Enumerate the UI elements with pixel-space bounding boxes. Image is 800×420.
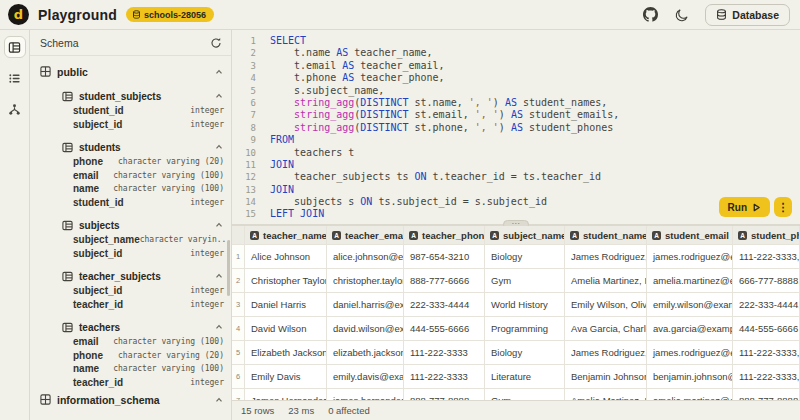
column-header[interactable]: Astudent_phones: [733, 226, 800, 245]
table-cell[interactable]: James Rodriguez, M: [565, 341, 647, 365]
table-cell[interactable]: 111-222-3333: [404, 341, 485, 365]
table-cell[interactable]: 222-333-4444: [404, 293, 485, 317]
table-cell[interactable]: World History: [485, 293, 565, 317]
database-badge[interactable]: schools-28056: [126, 7, 214, 22]
table-cell[interactable]: Ava Garcia, Charlot: [565, 317, 647, 341]
sidebar-schema-item[interactable]: public: [30, 63, 231, 80]
chevron-up-icon[interactable]: [215, 143, 231, 151]
table-cell[interactable]: Amelia Martinez, Is: [565, 269, 647, 293]
table-cell[interactable]: Gym: [485, 269, 565, 293]
table-cell[interactable]: daniel.harris@exan: [327, 293, 404, 317]
table-cell[interactable]: Elizabeth Jackson: [245, 341, 327, 365]
table-cell[interactable]: amelia.martinez@e: [647, 389, 733, 400]
run-options-kebab-icon[interactable]: ⋮: [774, 197, 792, 217]
table-cell[interactable]: 111-222-3333: [404, 365, 485, 389]
column-header[interactable]: Ateacher_email: [327, 226, 404, 245]
schema-panel-icon[interactable]: [4, 36, 26, 58]
table-cell[interactable]: james.rodriguez@e: [647, 341, 733, 365]
column-type: integer: [190, 198, 231, 207]
table-cell[interactable]: 888-777-6666: [404, 269, 485, 293]
code-line[interactable]: 12 teacher_subjects ts ON t.teacher_id =…: [232, 171, 800, 183]
chevron-up-icon[interactable]: [215, 221, 231, 229]
table-cell[interactable]: alice.johnson@exa: [327, 245, 404, 269]
table-cell[interactable]: Benjamin Johnson,: [565, 365, 647, 389]
table-cell[interactable]: Alice Johnson: [245, 245, 327, 269]
sidebar-table-item[interactable]: teachers: [30, 319, 231, 335]
column-header[interactable]: Asubject_name: [485, 226, 565, 245]
column-type: character varying (20): [118, 351, 231, 360]
run-controls: Run ⋮: [719, 197, 792, 217]
table-cell[interactable]: 111-222-3333,: [733, 365, 800, 389]
refresh-icon[interactable]: [209, 36, 223, 50]
database-button[interactable]: Database: [705, 4, 790, 26]
table-cell[interactable]: 111-222-3333, 5: [733, 245, 800, 269]
table-cell[interactable]: elizabeth.jackson@: [327, 341, 404, 365]
code-line[interactable]: 8 string_agg(DISTINCT st.phone, ', ') AS…: [232, 122, 800, 134]
code-line[interactable]: 2 t.name AS teacher_name,: [232, 47, 800, 59]
table-cell[interactable]: amelia.martinez@e: [647, 269, 733, 293]
table-cell[interactable]: 666-777-8888,: [733, 269, 800, 293]
column-header[interactable]: Astudent_name: [565, 226, 647, 245]
table-cell[interactable]: Christopher Taylor: [245, 269, 327, 293]
column-header[interactable]: Astudent_email: [647, 226, 733, 245]
chevron-up-icon[interactable]: [215, 68, 231, 76]
sidebar-table-item[interactable]: student_subjects: [30, 88, 231, 104]
code-line[interactable]: 7 string_agg(DISTINCT st.email, ', ') AS…: [232, 109, 800, 121]
table-cell[interactable]: James Rodriguez, M: [565, 245, 647, 269]
code-line[interactable]: 3 t.email AS teacher_email,: [232, 60, 800, 72]
github-icon[interactable]: [641, 6, 659, 24]
column-header[interactable]: Ateacher_name: [245, 226, 327, 245]
table-cell[interactable]: Literature: [485, 365, 565, 389]
table-cell[interactable]: 222-333-4444,: [733, 293, 800, 317]
table-cell[interactable]: james.rodriguez@e: [647, 245, 733, 269]
table-cell[interactable]: Gym: [485, 389, 565, 400]
table-cell[interactable]: 888-777-8888: [404, 389, 485, 400]
column-header[interactable]: Ateacher_phone: [404, 226, 485, 245]
sidebar-table-item[interactable]: teacher_subjects: [30, 268, 231, 284]
table-cell[interactable]: 111-222-3333, 5: [733, 341, 800, 365]
table-cell[interactable]: James Hernandez: [245, 389, 327, 400]
chevron-up-icon[interactable]: [215, 92, 231, 100]
code-line[interactable]: 14 subjects s ON ts.subject_id = s.subje…: [232, 196, 800, 208]
table-cell[interactable]: Daniel Harris: [245, 293, 327, 317]
sidebar-table-item[interactable]: subjects: [30, 217, 231, 233]
code-text: SELECT: [256, 35, 306, 47]
table-cell[interactable]: 987-654-3210: [404, 245, 485, 269]
table-cell[interactable]: ava.garcia@examp: [647, 317, 733, 341]
chevron-up-icon[interactable]: [215, 323, 231, 331]
row-number: 4: [232, 317, 245, 341]
relations-graph-icon[interactable]: [4, 98, 26, 120]
table-cell[interactable]: Biology: [485, 341, 565, 365]
table-cell[interactable]: david.wilson@exam: [327, 317, 404, 341]
table-cell[interactable]: 444-555-6666: [404, 317, 485, 341]
table-cell[interactable]: Biology: [485, 245, 565, 269]
table-cell[interactable]: james.hernandez@: [327, 389, 404, 400]
sidebar-scrollbar[interactable]: [227, 240, 230, 296]
code-line[interactable]: 11JOIN: [232, 159, 800, 171]
code-line[interactable]: 5 s.subject_name,: [232, 85, 800, 97]
code-line[interactable]: 4 t.phone AS teacher_phone,: [232, 72, 800, 84]
code-line[interactable]: 10 teachers t: [232, 147, 800, 159]
run-button[interactable]: Run: [719, 197, 770, 217]
sql-editor[interactable]: 1SELECT2 t.name AS teacher_name,3 t.emai…: [232, 30, 800, 224]
table-cell[interactable]: 888-777-8888,: [733, 389, 800, 400]
table-cell[interactable]: Emily Davis: [245, 365, 327, 389]
sidebar-table-item[interactable]: students: [30, 139, 231, 155]
code-line[interactable]: 13JOIN: [232, 184, 800, 196]
table-cell[interactable]: Programming: [485, 317, 565, 341]
table-cell[interactable]: emily.wilson@exam: [647, 293, 733, 317]
table-cell[interactable]: benjamin.johnson@: [647, 365, 733, 389]
sidebar-schema-item[interactable]: information_schema: [30, 391, 231, 408]
table-cell[interactable]: christopher.taylor@: [327, 269, 404, 293]
table-cell[interactable]: 444-555-6666: [733, 317, 800, 341]
code-line[interactable]: 1SELECT: [232, 35, 800, 47]
code-line[interactable]: 9FROM: [232, 134, 800, 146]
chevron-up-icon[interactable]: [215, 396, 231, 404]
table-cell[interactable]: Amelia Martinez, Is: [565, 389, 647, 400]
table-cell[interactable]: emily.davis@examp: [327, 365, 404, 389]
queries-list-icon[interactable]: [4, 67, 26, 89]
dark-mode-moon-icon[interactable]: [673, 6, 691, 24]
table-cell[interactable]: David Wilson: [245, 317, 327, 341]
table-cell[interactable]: Emily Wilson, Olivia: [565, 293, 647, 317]
code-line[interactable]: 6 string_agg(DISTINCT st.name, ', ') AS …: [232, 97, 800, 109]
